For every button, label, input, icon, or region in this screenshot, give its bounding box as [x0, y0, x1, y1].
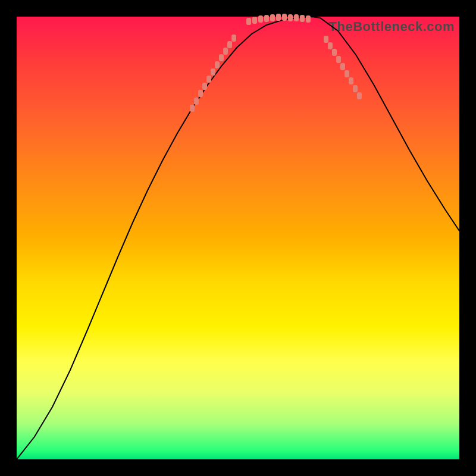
marker-dot	[223, 48, 228, 55]
marker-dot	[215, 61, 220, 68]
marker-dot	[211, 68, 215, 76]
marker-dot	[198, 90, 203, 97]
marker-dot	[336, 56, 341, 63]
marker-dot	[324, 36, 328, 43]
marker-dot	[258, 15, 263, 23]
marker-dot	[300, 15, 305, 22]
marker-dot	[219, 54, 224, 61]
marker-dot	[349, 77, 353, 84]
marker-dot	[340, 63, 345, 70]
marker-dot	[288, 14, 293, 21]
marker-dot	[227, 41, 232, 48]
marker-dot	[332, 49, 337, 56]
marker-dot	[357, 92, 362, 99]
marker-dot	[264, 15, 269, 22]
marker-dot	[252, 17, 257, 24]
marker-dot	[231, 35, 236, 42]
marker-dot	[353, 85, 358, 92]
marker-dot	[202, 83, 207, 90]
marker-dot	[276, 14, 281, 21]
marker-dot	[306, 15, 311, 23]
marker-dot	[190, 105, 195, 112]
chart-frame: TheBottleneck.com	[0, 0, 476, 476]
marker-dot	[194, 98, 199, 105]
marker-dot	[282, 14, 287, 21]
marker-band-right	[324, 36, 362, 99]
marker-dot	[246, 18, 251, 25]
marker-band-bottom	[246, 14, 311, 25]
bottleneck-curve	[17, 17, 459, 459]
marker-dot	[294, 14, 299, 21]
curve-svg	[17, 17, 459, 459]
marker-dot	[328, 42, 333, 49]
marker-dot	[206, 76, 211, 83]
marker-dot	[345, 70, 349, 77]
plot-area: TheBottleneck.com	[17, 17, 459, 459]
marker-dot	[270, 14, 275, 21]
marker-band-left	[190, 35, 236, 112]
